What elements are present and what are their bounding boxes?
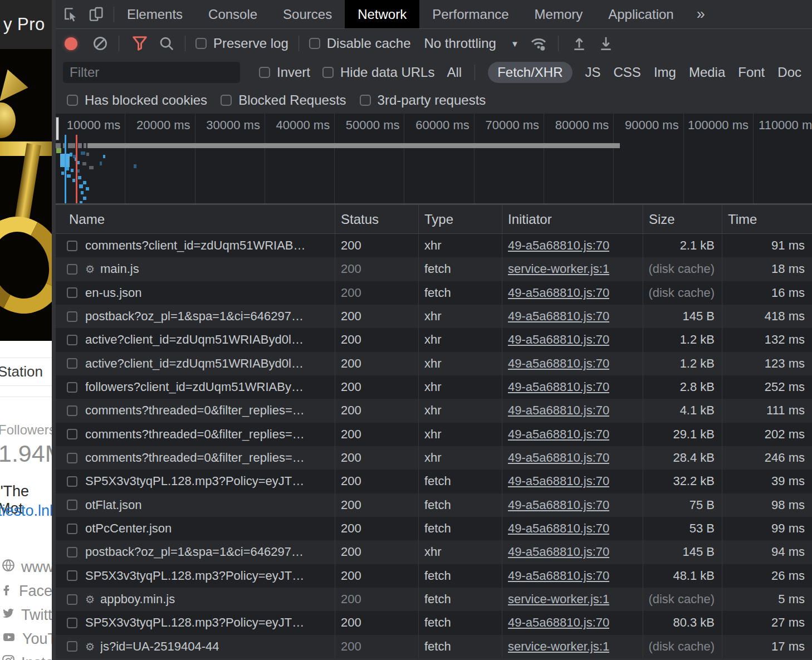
request-name[interactable]: comments?threaded=0&filter_replies=… xyxy=(85,451,305,465)
has-blocked-cookies-checkbox[interactable]: Has blocked cookies xyxy=(67,92,207,108)
type-filter-fetch-xhr[interactable]: Fetch/XHR xyxy=(488,62,572,83)
type-filter-css[interactable]: CSS xyxy=(614,65,641,80)
network-conditions-icon[interactable] xyxy=(529,35,548,52)
initiator-link[interactable]: 49-a5a68810.js:70 xyxy=(508,615,609,630)
request-name[interactable]: SP5X3v3tyqPL.128.mp3?Policy=eyJT… xyxy=(85,474,304,488)
request-name[interactable]: comments?threaded=0&filter_replies=… xyxy=(85,427,305,442)
row-checkbox[interactable] xyxy=(67,382,77,393)
import-har-icon[interactable] xyxy=(571,35,588,52)
row-checkbox[interactable] xyxy=(67,429,77,439)
checkbox[interactable] xyxy=(259,67,270,78)
initiator-link[interactable]: 49-a5a68810.js:70 xyxy=(508,498,609,512)
table-row[interactable]: otPcCenter.json200fetch49-a5a68810.js:70… xyxy=(56,517,812,540)
row-checkbox[interactable] xyxy=(67,335,77,345)
request-name[interactable]: otFlat.json xyxy=(85,498,142,512)
initiator-link[interactable]: service-worker.js:1 xyxy=(508,262,609,276)
table-row[interactable]: SP5X3v3tyqPL.128.mp3?Policy=eyJT…200fetc… xyxy=(56,611,812,634)
column-header-status[interactable]: Status xyxy=(335,205,419,233)
initiator-link[interactable]: service-worker.js:1 xyxy=(508,639,609,654)
table-row[interactable]: otFlat.json200fetch49-a5a68810.js:7075 B… xyxy=(56,493,812,517)
request-name[interactable]: postback?oz_pl=1&spa=1&ci=646297… xyxy=(85,545,304,559)
initiator-link[interactable]: service-worker.js:1 xyxy=(508,592,609,607)
row-checkbox[interactable] xyxy=(67,618,77,628)
record-button[interactable] xyxy=(65,37,77,50)
row-checkbox[interactable] xyxy=(67,570,77,581)
initiator-link[interactable]: 49-a5a68810.js:70 xyxy=(508,309,609,324)
request-name[interactable]: followers?client_id=zdUqm51WRIABy… xyxy=(85,380,304,394)
row-checkbox[interactable] xyxy=(67,500,77,510)
table-row[interactable]: comments?threaded=0&filter_replies=…200x… xyxy=(56,423,812,446)
type-filter-font[interactable]: Font xyxy=(738,65,765,80)
column-header-time[interactable]: Time xyxy=(722,205,812,233)
column-header-name[interactable]: Name xyxy=(56,205,335,233)
table-row[interactable]: ⚙main.js200fetchservice-worker.js:1(disk… xyxy=(56,257,812,281)
type-filter-all[interactable]: All xyxy=(447,65,462,80)
initiator-link[interactable]: 49-a5a68810.js:70 xyxy=(508,427,609,442)
table-row[interactable]: SP5X3v3tyqPL.128.mp3?Policy=eyJT…200fetc… xyxy=(56,470,812,493)
initiator-link[interactable]: 49-a5a68810.js:70 xyxy=(508,474,609,488)
table-row[interactable]: en-us.json200fetch49-a5a68810.js:70(disk… xyxy=(56,281,812,305)
type-filter-img[interactable]: Img xyxy=(654,65,676,80)
social-link-www[interactable]: www. xyxy=(1,555,56,579)
tab-application[interactable]: Application xyxy=(595,0,686,28)
request-name[interactable]: js?id=UA-2519404-44 xyxy=(100,639,219,654)
inspect-element-icon[interactable] xyxy=(62,6,80,23)
hide-data-urls-checkbox[interactable]: Hide data URLs xyxy=(322,65,434,80)
throttling-select[interactable]: No throttling ▼ xyxy=(424,36,518,51)
social-link-twitte[interactable]: Twitte xyxy=(1,603,56,627)
preserve-log-checkbox[interactable]: Preserve log xyxy=(195,36,288,51)
initiator-link[interactable]: 49-a5a68810.js:70 xyxy=(508,569,609,583)
row-checkbox[interactable] xyxy=(67,547,77,558)
initiator-link[interactable]: 49-a5a68810.js:70 xyxy=(508,403,609,418)
type-filter-doc[interactable]: Doc xyxy=(777,65,801,80)
type-filter-js[interactable]: JS xyxy=(585,65,601,80)
row-checkbox[interactable] xyxy=(67,524,77,534)
row-checkbox[interactable] xyxy=(67,453,77,463)
table-row[interactable]: SP5X3v3tyqPL.128.mp3?Policy=eyJT…200fetc… xyxy=(56,564,812,588)
social-link-youtu[interactable]: YouTu xyxy=(1,627,56,651)
row-checkbox[interactable] xyxy=(67,241,77,251)
type-filter-media[interactable]: Media xyxy=(689,65,725,80)
request-name[interactable]: otPcCenter.json xyxy=(85,521,172,536)
overview-drag-handle[interactable] xyxy=(56,117,59,140)
bio-link[interactable]: tiesto.lnk xyxy=(0,502,56,520)
request-name[interactable]: SP5X3v3tyqPL.128.mp3?Policy=eyJT… xyxy=(85,615,304,630)
export-har-icon[interactable] xyxy=(598,35,614,52)
initiator-link[interactable]: 49-a5a68810.js:70 xyxy=(508,545,609,559)
device-toolbar-icon[interactable] xyxy=(88,6,106,23)
row-checkbox[interactable] xyxy=(67,405,77,416)
request-name[interactable]: active?client_id=zdUqm51WRIAByd0l… xyxy=(85,333,304,347)
tab-sources[interactable]: Sources xyxy=(270,0,345,28)
table-row[interactable]: active?client_id=zdUqm51WRIAByd0l…200xhr… xyxy=(56,352,812,375)
request-name[interactable]: en-us.json xyxy=(85,286,142,300)
table-row[interactable]: comments?client_id=zdUqm51WRIAB…200xhr49… xyxy=(56,234,812,257)
row-checkbox[interactable] xyxy=(67,476,77,487)
checkbox[interactable] xyxy=(67,95,78,106)
network-overview[interactable]: 10000 ms20000 ms30000 ms40000 ms50000 ms… xyxy=(56,114,812,205)
tab-network[interactable]: Network xyxy=(345,0,419,28)
checkbox[interactable] xyxy=(221,95,232,106)
table-row[interactable]: postback?oz_pl=1&spa=1&ci=646297…200xhr4… xyxy=(56,305,812,328)
checkbox[interactable] xyxy=(309,38,320,49)
social-link-faceb[interactable]: Faceb xyxy=(1,579,56,603)
request-name[interactable]: comments?threaded=0&filter_replies=… xyxy=(85,403,305,418)
blocked-requests-checkbox[interactable]: Blocked Requests xyxy=(221,92,346,108)
column-header-type[interactable]: Type xyxy=(419,205,502,233)
row-checkbox[interactable] xyxy=(67,311,77,322)
table-row[interactable]: followers?client_id=zdUqm51WRIABy…200xhr… xyxy=(56,375,812,399)
tab-performance[interactable]: Performance xyxy=(419,0,521,28)
clear-icon[interactable] xyxy=(92,35,109,52)
row-checkbox[interactable] xyxy=(67,264,77,275)
table-row[interactable]: ⚙js?id=UA-2519404-44200fetchservice-work… xyxy=(56,635,812,658)
tab-memory[interactable]: Memory xyxy=(522,0,596,28)
table-row[interactable]: comments?threaded=0&filter_replies=…200x… xyxy=(56,399,812,422)
request-name[interactable]: main.js xyxy=(100,262,139,276)
3rd-party-requests-checkbox[interactable]: 3rd-party requests xyxy=(360,92,486,108)
initiator-link[interactable]: 49-a5a68810.js:70 xyxy=(508,356,609,371)
table-row[interactable]: postback?oz_pl=1&spa=1&ci=646297…200xhr4… xyxy=(56,540,812,564)
tab-elements[interactable]: Elements xyxy=(114,0,195,28)
invert-checkbox[interactable]: Invert xyxy=(259,65,310,80)
table-row[interactable]: active?client_id=zdUqm51WRIAByd0l…200xhr… xyxy=(56,328,812,351)
initiator-link[interactable]: 49-a5a68810.js:70 xyxy=(508,521,609,536)
request-name[interactable]: postback?oz_pl=1&spa=1&ci=646297… xyxy=(85,309,304,324)
